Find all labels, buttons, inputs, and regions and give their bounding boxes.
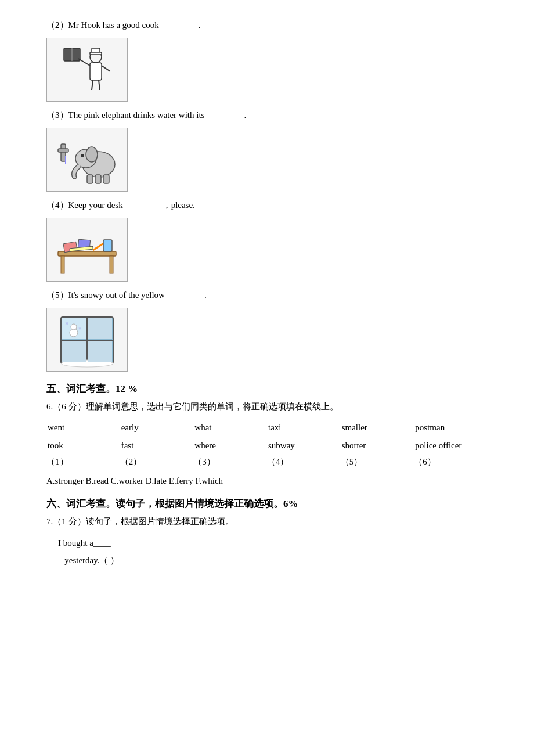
section6-title: 六、词汇考查。读句子，根据图片情境选择正确选项。6% — [46, 497, 488, 510]
blank-row: （1） （2） （3） （4） （5） （6） — [46, 456, 488, 467]
section5-options: A.stronger B.read C.worker D.late E.ferr… — [46, 473, 488, 489]
svg-point-16 — [86, 147, 98, 162]
svg-rect-4 — [90, 52, 102, 55]
svg-rect-18 — [95, 175, 101, 183]
answer-blank-1 — [73, 462, 105, 462]
image-cook — [46, 38, 128, 102]
svg-text:❄: ❄ — [78, 327, 81, 330]
svg-line-6 — [78, 59, 90, 66]
section5-desc: 6.（6 分）理解单词意思，选出与它们同类的单词，将正确选项填在横线上。 — [46, 399, 488, 415]
image-desk — [46, 218, 128, 282]
blank-q3 — [207, 123, 241, 123]
blank-entry-4: （4） — [267, 456, 341, 467]
svg-rect-10 — [61, 144, 66, 161]
svg-line-9 — [99, 80, 100, 90]
question-4-text: （4）Keep your desk，please. — [46, 197, 488, 213]
svg-line-8 — [92, 80, 93, 90]
blank-entry-6: （6） — [414, 456, 488, 467]
answer-blank-6 — [441, 462, 472, 462]
question-5-text: （5）It's snowy out of the yellow. — [46, 287, 488, 303]
word-smaller: smaller — [341, 420, 414, 435]
section5-title: 五、词汇考查。12 % — [46, 382, 488, 395]
answer-blank-2 — [146, 462, 178, 462]
word-early: early — [120, 420, 194, 435]
svg-rect-11 — [58, 149, 68, 152]
word-took: took — [46, 438, 120, 453]
svg-text:❄: ❄ — [65, 321, 69, 326]
word-fast: fast — [120, 438, 194, 453]
blank-entry-5: （5） — [341, 456, 414, 467]
question-5: （5）It's snowy out of the yellow. ❄ ❄ — [46, 287, 488, 372]
svg-rect-21 — [61, 256, 64, 273]
word-police-officer: police officer — [414, 438, 488, 453]
image-window: ❄ ❄ — [46, 308, 128, 372]
blank-q5 — [167, 303, 202, 303]
image-elephant — [46, 128, 128, 192]
blank-entry-3: （3） — [193, 456, 267, 467]
word-grid-row2: took fast where subway shorter police of… — [46, 438, 488, 453]
svg-rect-5 — [90, 63, 102, 80]
svg-line-7 — [102, 66, 110, 71]
question-2: （2）Mr Hook has a good cook. — [46, 17, 488, 102]
svg-line-25 — [93, 243, 104, 250]
svg-rect-17 — [87, 175, 93, 183]
word-grid-row1: went early what taxi smaller postman — [46, 420, 488, 435]
answer-blank-5 — [367, 462, 399, 462]
svg-rect-38 — [62, 341, 86, 362]
answer-blank-3 — [220, 462, 252, 462]
word-shorter: shorter — [341, 438, 414, 453]
svg-rect-39 — [88, 341, 112, 362]
sentence-1: I bought a____ — [58, 534, 488, 552]
word-where: where — [193, 438, 267, 453]
svg-point-33 — [71, 324, 77, 330]
blank-q4 — [125, 213, 160, 213]
question-4: （4）Keep your desk，please. — [46, 197, 488, 282]
blank-entry-1: （1） — [46, 456, 120, 467]
question-3-text: （3）The pink elephant drinks water with i… — [46, 107, 488, 123]
sentence-2: _ yesterday.（ ） — [58, 552, 488, 569]
svg-rect-22 — [110, 256, 113, 273]
word-went: went — [46, 420, 120, 435]
answer-blank-4 — [293, 462, 325, 462]
svg-point-15 — [81, 154, 84, 157]
word-what: what — [193, 420, 267, 435]
svg-rect-27 — [103, 240, 112, 251]
blank-entry-2: （2） — [120, 456, 194, 467]
word-subway: subway — [267, 438, 341, 453]
svg-rect-19 — [103, 175, 109, 183]
blank-q2 — [161, 33, 196, 33]
word-postman: postman — [414, 420, 488, 435]
word-taxi: taxi — [267, 420, 341, 435]
svg-rect-37 — [88, 318, 112, 339]
section6-desc: 7.（1 分）读句子，根据图片情境选择正确选项。 — [46, 514, 488, 530]
question-2-text: （2）Mr Hook has a good cook. — [46, 17, 488, 33]
question-3: （3）The pink elephant drinks water with i… — [46, 107, 488, 192]
